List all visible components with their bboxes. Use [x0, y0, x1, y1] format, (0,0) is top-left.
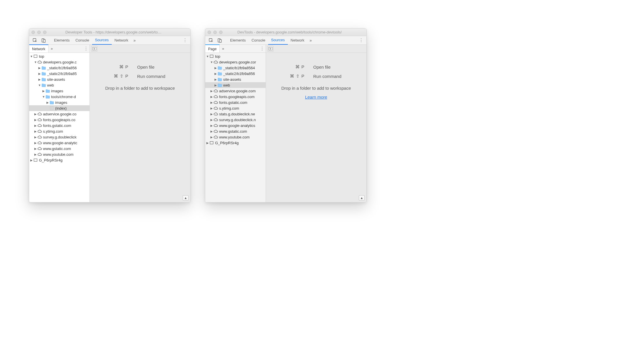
tab-sources[interactable]: Sources — [268, 36, 288, 45]
disclosure-arrow-icon[interactable]: ▶ — [34, 141, 37, 145]
tree-node[interactable]: ▶survey.g.doubleclick — [29, 134, 89, 140]
disclosure-arrow-icon[interactable]: ▶ — [210, 101, 213, 104]
tree-node[interactable]: ▼developers.google.c — [29, 59, 89, 65]
disclosure-arrow-icon[interactable]: ▶ — [38, 66, 41, 70]
tree-node[interactable]: ▶G_P6rpRSr4g — [205, 140, 266, 146]
tree-node[interactable]: ▶G_P6rpRSr4g — [29, 157, 89, 163]
disclosure-arrow-icon[interactable]: ▶ — [214, 66, 217, 70]
tabs-overflow-icon[interactable]: » — [307, 38, 314, 43]
tree-node[interactable]: (index) — [29, 105, 89, 111]
tree-node[interactable]: ▶adservice.google.com — [205, 88, 266, 94]
tree-node[interactable]: ▶adservice.google.co — [29, 111, 89, 117]
tree-node[interactable]: ▶www.gstatic.com — [205, 128, 266, 134]
tree-node[interactable]: ▶www.google-analytic — [29, 140, 89, 146]
disclosure-arrow-icon[interactable]: ▼ — [34, 61, 37, 64]
device-toggle-icon[interactable] — [40, 36, 48, 44]
tree-node[interactable]: ▶www.youtube.com — [205, 134, 266, 140]
tree-node[interactable]: ▶www.youtube.com — [29, 151, 89, 157]
settings-menu-icon[interactable]: ⋮ — [358, 37, 365, 43]
disclosure-arrow-icon[interactable]: ▶ — [210, 124, 213, 127]
disclosure-arrow-icon[interactable]: ▶ — [210, 112, 213, 116]
file-tree[interactable]: ▼top▼developers.google.c▶_static/b1fb9a8… — [29, 53, 89, 202]
tab-console[interactable]: Console — [72, 36, 92, 45]
learn-more-link[interactable]: Learn more — [305, 95, 327, 100]
disclosure-arrow-icon[interactable]: ▶ — [214, 72, 217, 75]
settings-menu-icon[interactable]: ⋮ — [182, 37, 189, 43]
tree-node[interactable]: ▶fonts.gstatic.com — [205, 100, 266, 105]
disclosure-arrow-icon[interactable]: ▶ — [210, 95, 213, 98]
close-icon[interactable] — [208, 31, 211, 34]
navigator-tabs-overflow-icon[interactable]: » — [48, 45, 55, 52]
disclosure-arrow-icon[interactable]: ▶ — [34, 136, 37, 139]
tab-sources[interactable]: Sources — [92, 36, 112, 45]
tree-node[interactable]: ▶_static2/b1fb9a856 — [205, 71, 266, 76]
tabs-overflow-icon[interactable]: » — [131, 38, 138, 43]
disclosure-arrow-icon[interactable]: ▶ — [214, 84, 217, 87]
disclosure-arrow-icon[interactable]: ▶ — [210, 118, 213, 121]
disclosure-arrow-icon[interactable]: ▶ — [34, 124, 37, 127]
minimize-icon[interactable] — [213, 31, 217, 34]
disclosure-arrow-icon[interactable]: ▶ — [46, 101, 49, 104]
tree-node[interactable]: ▶stats.g.doubleclick.ne — [205, 111, 266, 117]
tab-elements[interactable]: Elements — [227, 36, 249, 45]
disclosure-arrow-icon[interactable]: ▶ — [34, 112, 37, 116]
disclosure-arrow-icon[interactable]: ▶ — [210, 89, 213, 93]
disclosure-arrow-icon[interactable]: ▶ — [38, 78, 41, 81]
disclosure-arrow-icon[interactable]: ▶ — [210, 136, 213, 139]
disclosure-arrow-icon[interactable]: ▶ — [42, 89, 45, 93]
tree-node[interactable]: ▼top — [205, 53, 266, 59]
tree-node[interactable]: ▶site-assets — [205, 76, 266, 82]
device-toggle-icon[interactable] — [216, 36, 224, 44]
disclosure-arrow-icon[interactable]: ▶ — [38, 72, 41, 75]
tab-console[interactable]: Console — [249, 36, 268, 45]
collapse-navigator-icon[interactable] — [92, 46, 97, 52]
tree-node[interactable]: ▶www.gstatic.com — [29, 146, 89, 151]
navigator-tab-page[interactable]: Page — [205, 44, 220, 52]
show-drawer-icon[interactable]: ▲ — [359, 195, 365, 200]
tree-node[interactable]: ▶s.ytimg.com — [205, 105, 266, 111]
inspect-element-icon[interactable] — [207, 36, 215, 44]
disclosure-arrow-icon[interactable]: ▶ — [214, 78, 217, 81]
tree-node[interactable]: ▼top — [29, 53, 89, 59]
zoom-icon[interactable] — [43, 31, 46, 34]
tree-node[interactable]: ▼web — [29, 82, 89, 88]
minimize-icon[interactable] — [37, 31, 41, 34]
tree-node[interactable]: ▶s.ytimg.com — [29, 128, 89, 134]
tree-node[interactable]: ▶fonts.gstatic.com — [29, 123, 89, 128]
tree-node[interactable]: ▶site-assets — [29, 76, 89, 82]
collapse-navigator-icon[interactable] — [268, 46, 273, 52]
tab-network[interactable]: Network — [112, 36, 131, 45]
tab-elements[interactable]: Elements — [51, 36, 72, 45]
navigator-tabs-overflow-icon[interactable]: » — [220, 45, 226, 52]
tree-node[interactable]: ▶_static2/b1fb9a85 — [29, 71, 89, 76]
disclosure-arrow-icon[interactable]: ▶ — [30, 159, 33, 162]
tree-node[interactable]: ▼tools/chrome-d — [29, 94, 89, 100]
disclosure-arrow-icon[interactable]: ▶ — [34, 118, 37, 121]
disclosure-arrow-icon[interactable]: ▶ — [34, 147, 37, 150]
disclosure-arrow-icon[interactable]: ▼ — [42, 95, 45, 98]
disclosure-arrow-icon[interactable]: ▶ — [210, 130, 213, 133]
tree-node[interactable]: ▶_static/b1fb9a8564 — [205, 65, 266, 71]
tree-node[interactable]: ▶fonts.googleapis.co — [29, 117, 89, 123]
navigator-menu-icon[interactable]: ⋮ — [259, 45, 266, 52]
disclosure-arrow-icon[interactable]: ▶ — [34, 153, 37, 156]
disclosure-arrow-icon[interactable]: ▼ — [206, 55, 209, 58]
tree-node[interactable]: ▶images — [29, 100, 89, 105]
disclosure-arrow-icon[interactable]: ▼ — [30, 55, 33, 58]
tab-network[interactable]: Network — [288, 36, 307, 45]
inspect-element-icon[interactable] — [31, 36, 39, 44]
disclosure-arrow-icon[interactable]: ▼ — [38, 84, 41, 87]
disclosure-arrow-icon[interactable]: ▶ — [210, 107, 213, 110]
file-tree[interactable]: ▼top▼developers.google.cor▶_static/b1fb9… — [205, 53, 266, 202]
tree-node[interactable]: ▼developers.google.cor — [205, 59, 266, 65]
navigator-menu-icon[interactable]: ⋮ — [83, 45, 89, 52]
close-icon[interactable] — [31, 31, 35, 34]
tree-node[interactable]: ▶_static/b1fb9a856 — [29, 65, 89, 71]
disclosure-arrow-icon[interactable]: ▶ — [34, 130, 37, 133]
zoom-icon[interactable] — [219, 31, 223, 34]
disclosure-arrow-icon[interactable]: ▶ — [206, 141, 209, 145]
show-drawer-icon[interactable]: ▲ — [183, 195, 189, 200]
navigator-tab-network[interactable]: Network — [29, 44, 48, 52]
tree-node[interactable]: ▶survey.g.doubleclick.n — [205, 117, 266, 123]
disclosure-arrow-icon[interactable]: ▼ — [210, 61, 213, 64]
